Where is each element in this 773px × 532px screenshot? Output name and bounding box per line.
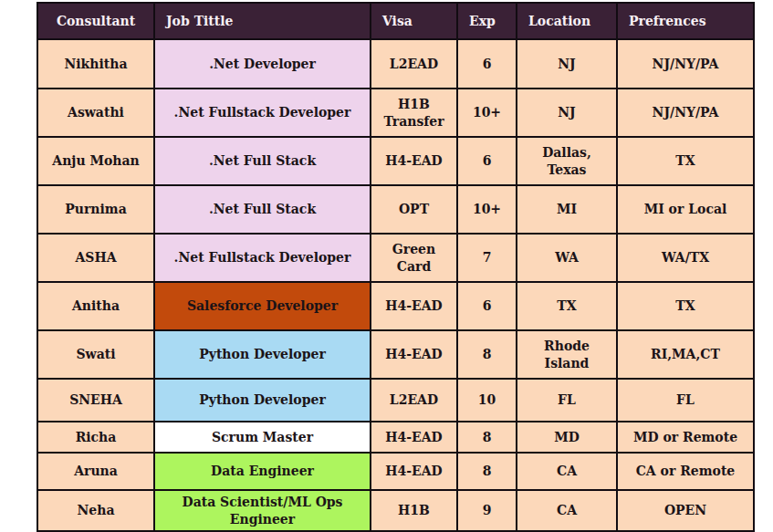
cell-exp: 6 — [457, 137, 517, 185]
column-header-exp: Exp — [457, 3, 517, 39]
cell-consultant: Aruna — [37, 453, 154, 490]
cell-exp: 10+ — [457, 89, 517, 137]
cell-consultant: Richa — [37, 422, 154, 453]
cell-visa: Green Card — [371, 234, 457, 282]
consultant-hotlist-table-wrap: ConsultantJob TittleVisaExpLocationPrefr… — [37, 2, 755, 532]
table-body: Nikhitha.Net DeveloperL2EAD6NJNJ/NY/PAAs… — [37, 39, 754, 532]
header-row: ConsultantJob TittleVisaExpLocationPrefr… — [37, 3, 754, 39]
cell-consultant: Anju Mohan — [37, 137, 154, 185]
cell-preferences: TX — [617, 282, 754, 330]
column-header-location: Location — [517, 3, 617, 39]
table-row: Nikhitha.Net DeveloperL2EAD6NJNJ/NY/PA — [37, 39, 754, 89]
table-row: AnithaSalesforce DeveloperH4-EAD6TXTX — [37, 282, 754, 330]
cell-preferences: TX — [617, 137, 754, 185]
table-row: SwatiPython DeveloperH4-EAD8Rhode Island… — [37, 330, 754, 379]
cell-location: FL — [517, 379, 617, 422]
cell-location: NJ — [517, 39, 617, 89]
cell-location: CA — [517, 453, 617, 490]
cell-job_title: .Net Fullstack Developer — [154, 89, 371, 137]
cell-preferences: OPEN — [617, 490, 754, 531]
cell-exp: 6 — [457, 39, 517, 89]
cell-visa: H4-EAD — [371, 137, 457, 185]
cell-job_title: Python Developer — [154, 379, 371, 422]
cell-job_title: Scrum Master — [154, 422, 371, 453]
table-header: ConsultantJob TittleVisaExpLocationPrefr… — [37, 3, 754, 39]
cell-job_title: Data Scientist/ML Ops Engineer — [154, 490, 371, 531]
cell-exp: 10+ — [457, 185, 517, 234]
cell-job_title: Salesforce Developer — [154, 282, 371, 330]
table-row: Anju Mohan.Net Full StackH4-EAD6Dallas, … — [37, 137, 754, 185]
cell-job_title: Data Engineer — [154, 453, 371, 490]
cell-visa: H4-EAD — [371, 453, 457, 490]
consultant-hotlist-table: ConsultantJob TittleVisaExpLocationPrefr… — [37, 2, 755, 532]
cell-visa: H1B Transfer — [371, 89, 457, 137]
cell-job_title: Python Developer — [154, 330, 371, 379]
cell-consultant: ASHA — [37, 234, 154, 282]
cell-consultant: Nikhitha — [37, 39, 154, 89]
cell-location: Rhode Island — [517, 330, 617, 379]
cell-location: Dallas, Texas — [517, 137, 617, 185]
cell-visa: H1B — [371, 490, 457, 531]
cell-visa: L2EAD — [371, 39, 457, 89]
column-header-job_title: Job Tittle — [154, 3, 371, 39]
cell-location: WA — [517, 234, 617, 282]
cell-location: MD — [517, 422, 617, 453]
cell-visa: L2EAD — [371, 379, 457, 422]
cell-visa: H4-EAD — [371, 330, 457, 379]
cell-consultant: Anitha — [37, 282, 154, 330]
cell-exp: 6 — [457, 282, 517, 330]
column-header-preferences: Prefrences — [617, 3, 754, 39]
cell-location: TX — [517, 282, 617, 330]
column-header-visa: Visa — [371, 3, 457, 39]
cell-exp: 8 — [457, 330, 517, 379]
table-row: RichaScrum MasterH4-EAD8MDMD or Remote — [37, 422, 754, 453]
table-row: NehaData Scientist/ML Ops EngineerH1B9CA… — [37, 490, 754, 531]
cell-exp: 10 — [457, 379, 517, 422]
cell-visa: H4-EAD — [371, 282, 457, 330]
cell-preferences: NJ/NY/PA — [617, 39, 754, 89]
cell-preferences: MD or Remote — [617, 422, 754, 453]
table-row: Purnima.Net Full StackOPT10+MIMI or Loca… — [37, 185, 754, 234]
cell-consultant: Aswathi — [37, 89, 154, 137]
cell-exp: 8 — [457, 453, 517, 490]
cell-preferences: FL — [617, 379, 754, 422]
cell-preferences: MI or Local — [617, 185, 754, 234]
cell-visa: H4-EAD — [371, 422, 457, 453]
cell-preferences: WA/TX — [617, 234, 754, 282]
cell-location: NJ — [517, 89, 617, 137]
cell-consultant: Neha — [37, 490, 154, 531]
cell-exp: 9 — [457, 490, 517, 531]
table-row: SNEHAPython DeveloperL2EAD10FLFL — [37, 379, 754, 422]
cell-preferences: CA or Remote — [617, 453, 754, 490]
cell-preferences: NJ/NY/PA — [617, 89, 754, 137]
cell-job_title: .Net Full Stack — [154, 185, 371, 234]
column-header-consultant: Consultant — [37, 3, 154, 39]
cell-preferences: RI,MA,CT — [617, 330, 754, 379]
cell-job_title: .Net Developer — [154, 39, 371, 89]
cell-location: CA — [517, 490, 617, 531]
table-row: Aswathi.Net Fullstack DeveloperH1B Trans… — [37, 89, 754, 137]
cell-job_title: .Net Full Stack — [154, 137, 371, 185]
cell-consultant: SNEHA — [37, 379, 154, 422]
cell-location: MI — [517, 185, 617, 234]
cell-job_title: .Net Fullstack Developer — [154, 234, 371, 282]
table-row: ASHA.Net Fullstack DeveloperGreen Card7W… — [37, 234, 754, 282]
cell-consultant: Purnima — [37, 185, 154, 234]
cell-exp: 8 — [457, 422, 517, 453]
cell-visa: OPT — [371, 185, 457, 234]
table-row: ArunaData EngineerH4-EAD8CACA or Remote — [37, 453, 754, 490]
cell-exp: 7 — [457, 234, 517, 282]
cell-consultant: Swati — [37, 330, 154, 379]
